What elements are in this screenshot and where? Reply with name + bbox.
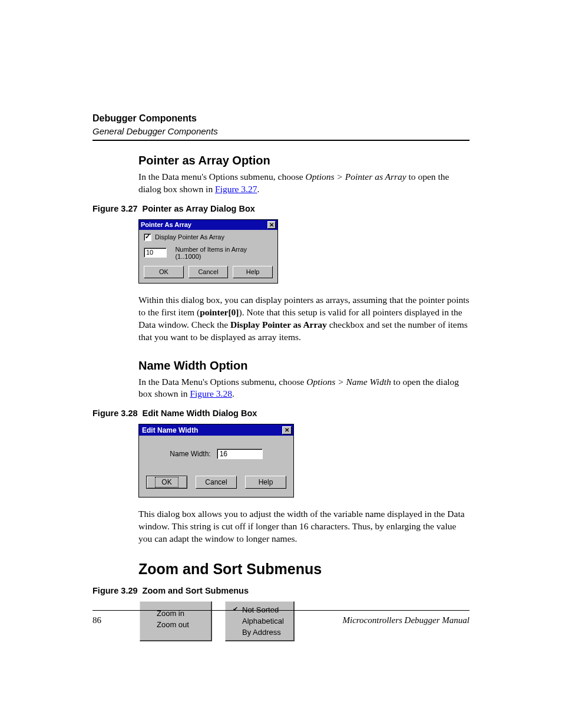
- page-number: 86: [92, 615, 101, 625]
- name-width-intro: In the Data Menu's Options submenu, choo…: [138, 376, 470, 401]
- figure-3-28-caption: Figure 3.28Edit Name Width Dialog Box: [92, 409, 470, 418]
- pointer-array-intro: In the Data menu's Options submenu, choo…: [138, 171, 470, 196]
- dialog-titlebar: Edit Name Width ✕: [139, 424, 293, 436]
- header-title: Debugger Components: [92, 113, 470, 124]
- cancel-button[interactable]: Cancel: [196, 476, 237, 489]
- help-button[interactable]: Help: [245, 476, 286, 489]
- figure-3-29-caption: Figure 3.29Zoom and Sort Submenus: [92, 586, 470, 595]
- footer-divider: [92, 610, 470, 611]
- help-button[interactable]: Help: [233, 266, 273, 278]
- close-icon[interactable]: ✕: [267, 221, 276, 229]
- ok-button[interactable]: OK: [146, 476, 187, 489]
- ok-button[interactable]: OK: [144, 266, 184, 278]
- cancel-button[interactable]: Cancel: [189, 266, 229, 278]
- edit-name-width-dialog: Edit Name Width ✕ Name Width: 16 OK Canc…: [138, 424, 294, 498]
- manual-title: Microcontrollers Debugger Manual: [342, 615, 470, 625]
- menu-item-by-address[interactable]: By Address: [232, 627, 287, 638]
- dialog-title: Pointer As Array: [141, 221, 191, 228]
- figure-3-28-link[interactable]: Figure 3.28: [190, 388, 232, 398]
- close-icon[interactable]: ✕: [282, 426, 292, 434]
- figure-3-27-link[interactable]: Figure 3.27: [215, 184, 257, 194]
- name-width-heading: Name Width Option: [138, 359, 470, 373]
- name-width-label: Name Width:: [170, 450, 210, 458]
- checkbox-label: Display Pointer As Array: [155, 233, 224, 241]
- pointer-array-body: Within this dialog box, you can display …: [138, 294, 470, 344]
- display-pointer-checkbox[interactable]: [144, 233, 151, 241]
- zoom-sort-heading: Zoom and Sort Submenus: [138, 561, 470, 578]
- pointer-as-array-dialog: Pointer As Array ✕ Display Pointer As Ar…: [138, 219, 278, 284]
- dialog-title: Edit Name Width: [142, 426, 198, 434]
- pointer-array-heading: Pointer as Array Option: [138, 154, 470, 167]
- dialog-titlebar: Pointer As Array ✕: [139, 220, 277, 230]
- figure-3-27-caption: Figure 3.27Pointer as Array Dialog Box: [92, 204, 470, 213]
- name-width-input[interactable]: 16: [217, 449, 263, 459]
- num-items-input[interactable]: 10: [144, 248, 167, 258]
- page-footer: 86 Microcontrollers Debugger Manual: [92, 610, 470, 625]
- header-divider: [92, 140, 470, 141]
- header-subtitle: General Debugger Components: [92, 126, 470, 136]
- name-width-body: This dialog box allows you to adjust the…: [138, 508, 470, 545]
- num-items-label: Number of Items in Array (1..1000): [175, 246, 273, 260]
